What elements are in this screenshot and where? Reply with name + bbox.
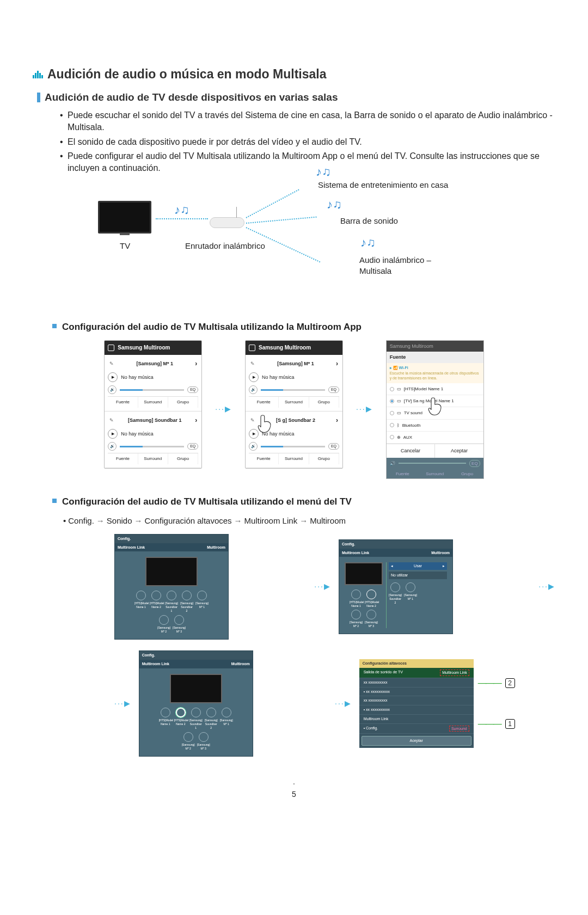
tv-config-label: Config. xyxy=(115,535,228,543)
path-item: Multiroom xyxy=(310,515,346,526)
source-row-aux[interactable]: ⊕AUX xyxy=(387,432,483,444)
cfg-row-mlink: Multiroom Link xyxy=(359,715,474,724)
pencil-icon: ✎ xyxy=(250,417,255,424)
cfg-row: • xx xxxxxxxxxx xyxy=(359,705,474,715)
cfg-row: • xx xxxxxxxxxx xyxy=(359,687,474,697)
path-item: Configuración altavoces xyxy=(145,515,232,526)
source-row-tvsound[interactable]: ▭TV sound xyxy=(387,407,483,419)
source-row-bluetooth[interactable]: ᛒBluetooth xyxy=(387,420,483,432)
square-bullet-icon xyxy=(52,324,57,328)
volume-slider[interactable] xyxy=(261,389,325,391)
no-utilizar-option[interactable]: No utilizar xyxy=(389,572,447,579)
tab-grupo[interactable]: Grupo xyxy=(309,453,339,464)
pencil-icon: ✎ xyxy=(109,360,114,367)
chevron-right-icon: › xyxy=(195,359,197,369)
tab-surround[interactable]: Surround xyxy=(138,397,168,407)
home-theater-label: Sistema de entretenimiento en casa xyxy=(318,179,448,191)
page-number: 5 xyxy=(33,778,555,800)
wifi-desc: Escuche la música almacenada de otros di… xyxy=(390,371,479,380)
tab-grupo[interactable]: Grupo xyxy=(168,397,198,407)
subsection-heading: Configuración del audio de TV Multisala … xyxy=(52,495,555,508)
tv-config-label: Config. xyxy=(339,540,452,549)
menu-path: • Config. → Sonido → Configuración altav… xyxy=(63,515,555,526)
tab-surround[interactable]: Surround xyxy=(138,453,168,464)
app-screenshots-row: Samsung Multiroom ✎ [Samsung] M* 1 › ▶No… xyxy=(33,340,555,479)
tab-grupo[interactable]: Grupo xyxy=(168,453,198,464)
fuente-header: Fuente xyxy=(387,352,483,363)
music-notes-icon: ♪♫ xyxy=(174,202,189,219)
tv-label: TV xyxy=(120,240,130,251)
phone-screenshot-2: Samsung Multiroom ✎ [Samsung] M* 1 › ▶No… xyxy=(245,340,343,469)
volume-slider[interactable] xyxy=(120,389,184,391)
tv-thumbnail-icon xyxy=(170,674,222,703)
device-tabs: Fuente Surround Grupo xyxy=(249,453,339,464)
cfg-row-surround[interactable]: • Config.Surround xyxy=(359,724,474,734)
tab-fuente[interactable]: Fuente xyxy=(108,453,138,464)
arrow-right-icon: → xyxy=(299,515,308,526)
volume-slider[interactable] xyxy=(120,446,184,447)
tab-fuente[interactable]: Fuente xyxy=(249,453,279,464)
bullet-list: Puede escuchar el sonido del TV a través… xyxy=(60,109,555,175)
tab-fuente[interactable]: Fuente xyxy=(249,397,279,407)
play-button[interactable]: ▶ xyxy=(249,429,259,439)
tab-surround[interactable]: Surround xyxy=(279,453,309,464)
tv-screens-row-1: Config. Multiroom LinkMultiroom [HTS]Mod… xyxy=(114,534,555,640)
volume-slider[interactable] xyxy=(261,446,325,447)
bullet-item: Puede configurar el audio del TV Multisa… xyxy=(60,150,555,175)
device-tabs: Fuente Surround Grupo xyxy=(249,396,339,407)
play-button[interactable]: ▶ xyxy=(108,429,118,439)
source-row-hts[interactable]: ▭[HTS]Model Name 1 xyxy=(387,383,483,395)
eq-button[interactable]: EQ xyxy=(328,386,339,393)
arrow-right-icon: ···▶ xyxy=(335,698,352,709)
connection-line xyxy=(246,216,317,223)
section-subtitle: Audición de audio de TV desde dispositiv… xyxy=(37,90,555,105)
chevron-right-icon: › xyxy=(336,359,338,369)
pencil-icon: ✎ xyxy=(250,360,255,367)
eq-button[interactable]: EQ xyxy=(328,443,339,450)
source-row-tv-model[interactable]: ▭[TV] Sa ng Model Name 1 xyxy=(387,395,483,407)
tab-grupo[interactable]: Grupo xyxy=(309,397,339,407)
tv-icon xyxy=(98,201,151,234)
arrow-right-icon: ···▶ xyxy=(114,698,131,709)
device-tabs: Fuente Surround Grupo xyxy=(108,453,198,464)
dim-header: Samsung Multiroom xyxy=(387,341,483,352)
arrow-right-icon: → xyxy=(134,515,143,526)
device-name: [S g] Soundbar 2 xyxy=(276,417,315,424)
path-item: Sonido xyxy=(107,515,132,526)
subsection-app-text: Configuración del audio de TV Multisala … xyxy=(62,321,362,334)
cfg-row-salida[interactable]: Salida de sonido de TVMultiroom Link xyxy=(359,668,474,678)
bullet-item: El sonido de cada dispositivo puede ir p… xyxy=(60,136,555,148)
gear-icon xyxy=(249,345,255,351)
volume-icon: 🔊 xyxy=(249,442,258,451)
arrow-right-icon: ···▶ xyxy=(215,404,232,415)
path-item: Config. xyxy=(68,515,94,526)
device-block: ✎ [S g] Soundbar 2 › ▶No hay música 🔊EQ … xyxy=(246,412,342,468)
music-notes-icon: ♪♫ xyxy=(316,164,331,181)
no-music-label: No hay música xyxy=(262,374,295,381)
dim-footer: 🔊EQ xyxy=(387,458,483,469)
tv-screen-2: Config. Multiroom LinkMultiroom [HTS]Mod… xyxy=(339,539,453,635)
soundbar-label: Barra de sonido xyxy=(340,215,398,226)
play-button[interactable]: ▶ xyxy=(249,372,259,382)
tv-config-label: Config. xyxy=(139,651,253,660)
app-title: Samsung Multiroom xyxy=(118,344,170,352)
accept-button[interactable]: Aceptar xyxy=(435,444,483,458)
eq-button[interactable]: EQ xyxy=(187,386,198,393)
callout-column: ———2 ———1 xyxy=(478,677,515,730)
aceptar-button[interactable]: Aceptar xyxy=(362,736,471,746)
router-icon xyxy=(210,217,244,228)
play-button[interactable]: ▶ xyxy=(108,372,118,382)
device-block: ✎ [Samsung] M* 1 › ▶No hay música 🔊EQ Fu… xyxy=(246,355,342,412)
usar-option[interactable]: Usar xyxy=(414,563,422,569)
arrow-right-icon: ···▶ xyxy=(538,581,555,592)
tab-fuente[interactable]: Fuente xyxy=(108,397,138,407)
tv-screens-row-2: ···▶ Config. Multiroom LinkMultiroom [HT… xyxy=(114,650,555,757)
device-block: ✎ [Samsung] Soundbar 1 › ▶No hay música … xyxy=(105,412,201,468)
cancel-button[interactable]: Cancelar xyxy=(387,444,436,458)
tab-surround[interactable]: Surround xyxy=(279,397,309,407)
eq-button[interactable]: EQ xyxy=(187,443,198,450)
dim-tabs: Fuente Surround Grupo xyxy=(387,469,483,478)
arrow-right-icon: ···▶ xyxy=(314,581,331,592)
app-title: Samsung Multiroom xyxy=(259,344,311,352)
main-title: Audición de audio o música en modo Multi… xyxy=(33,65,555,83)
